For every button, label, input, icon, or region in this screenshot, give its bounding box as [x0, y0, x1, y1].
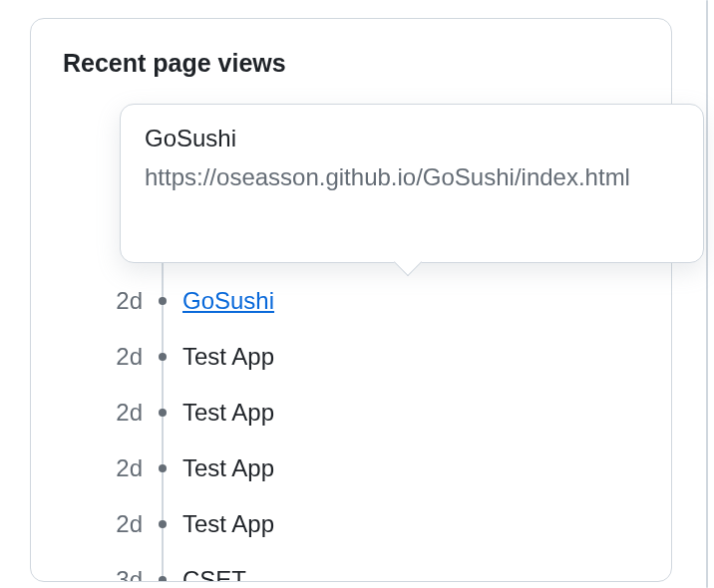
page-label[interactable]: Test App: [182, 343, 274, 371]
timeline-row: 2d Test App: [89, 496, 639, 552]
timeline-row: 2d Test App: [89, 329, 639, 385]
timeline-dot-icon: [143, 576, 182, 582]
page-link-gosushi[interactable]: GoSushi: [182, 287, 274, 314]
timeline-dot-icon: [143, 520, 182, 528]
timeline-row: 3d CSET: [89, 552, 639, 582]
page-label[interactable]: CSET: [182, 566, 246, 582]
page-label[interactable]: Test App: [182, 510, 274, 538]
link-tooltip: GoSushi https://oseasson.github.io/GoSus…: [120, 104, 704, 263]
page-label[interactable]: Test App: [182, 399, 274, 427]
time-label: 2d: [89, 287, 143, 315]
time-label: 2d: [89, 454, 143, 482]
timeline-dot-icon: [143, 353, 182, 361]
timeline-dot-icon: [143, 297, 182, 305]
timeline-dot-icon: [143, 464, 182, 472]
recent-page-views-card: Recent page views 8 2 2 2d GoSushi 2d Te…: [30, 18, 672, 582]
page-label: GoSushi: [182, 287, 274, 315]
time-label: 3d: [89, 566, 143, 582]
timeline-row: 2d Test App: [89, 385, 639, 441]
tooltip-title: GoSushi: [145, 125, 679, 152]
card-title: Recent page views: [63, 49, 639, 78]
time-label: 2d: [89, 510, 143, 538]
outer-panel-border: [706, 0, 708, 588]
timeline-row: 2d Test App: [89, 441, 639, 496]
time-label: 2d: [89, 399, 143, 427]
tooltip-url: https://oseasson.github.io/GoSushi/index…: [145, 160, 679, 194]
time-label: 2d: [89, 343, 143, 371]
timeline-row: 2d GoSushi: [89, 273, 639, 329]
page-label[interactable]: Test App: [182, 454, 274, 482]
timeline-dot-icon: [143, 409, 182, 417]
